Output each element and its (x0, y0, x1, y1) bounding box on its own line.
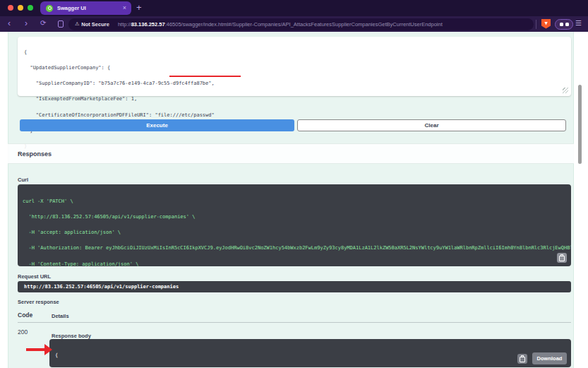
red-arrow-annotation (26, 348, 45, 351)
response-body-block: { "successStatus": true } Download (49, 339, 571, 367)
execute-button[interactable]: Execute (20, 119, 294, 131)
copy-curl-button[interactable] (557, 253, 567, 263)
textarea-resize-grip-icon[interactable] (563, 88, 568, 93)
browser-toolbar: ‹ › ⟳ ⚠ Not Secure http://83.136.252.57:… (0, 16, 588, 32)
request-url-block: http://83.136.252.57:46505/api/v1/suppli… (18, 281, 571, 292)
red-arrow-head-icon (44, 344, 52, 355)
table-header-divider (18, 322, 571, 323)
browser-tab-swagger[interactable]: Swagger UI × (40, 1, 131, 15)
curl-command-text: curl -X 'PATCH' \ 'http://83.136.252.57:… (23, 189, 571, 266)
new-tab-button[interactable]: + (136, 2, 142, 13)
code-column-header: Code (18, 311, 32, 319)
url-scheme: http:// (118, 21, 131, 28)
response-body-json: { "successStatus": true } (55, 343, 124, 368)
window-zoom-button[interactable] (28, 5, 33, 11)
url-host: 83.136.252.57 (131, 21, 165, 28)
menu-icon[interactable]: ☰ (575, 19, 582, 27)
forward-icon[interactable]: › (25, 18, 28, 28)
bookmark-icon[interactable] (58, 20, 64, 28)
not-secure-warning-icon: ⚠ (75, 21, 79, 27)
not-secure-label: Not Secure (81, 21, 109, 28)
copy-response-button[interactable] (517, 354, 527, 364)
status-code: 200 (18, 328, 28, 336)
request-body-textarea[interactable]: { "UpdatedSupplierCompany": { "SupplierC… (18, 37, 571, 96)
url-text: http://83.136.252.57:46505/swagger/index… (118, 21, 443, 28)
back-icon[interactable]: ‹ (8, 18, 11, 28)
server-response-label: Server response (18, 299, 59, 305)
toolbar-separator (536, 20, 536, 29)
responses-section-header: Responses (8, 143, 574, 164)
download-button[interactable]: Download (532, 352, 567, 364)
url-bar[interactable]: ⚠ Not Secure http://83.136.252.57:46505/… (68, 18, 534, 30)
request-url-value: http://83.136.252.57:46505/api/v1/suppli… (24, 284, 179, 290)
tab-title: Swagger UI (57, 5, 86, 11)
url-path: :46505/swagger/index.html#/Supplier-Comp… (165, 21, 443, 28)
browser-tab-bar: Swagger UI × + (0, 0, 588, 16)
window-minimize-button[interactable] (18, 5, 23, 11)
responses-title: Responses (18, 150, 52, 158)
swagger-favicon-icon (46, 5, 53, 12)
window-close-button[interactable] (8, 5, 13, 11)
request-body-json: { "UpdatedSupplierCompany": { "SupplierC… (24, 40, 215, 160)
page-scrollbar-thumb[interactable] (578, 85, 582, 164)
response-body-label: Response body (52, 333, 91, 339)
red-underline-annotation (169, 76, 241, 77)
clear-button[interactable]: Clear (297, 119, 566, 131)
profile-pill-button[interactable] (555, 19, 573, 30)
brave-shield-icon[interactable] (541, 19, 551, 29)
page-content: { "UpdatedSupplierCompany": { "SupplierC… (0, 32, 588, 368)
curl-command-block: curl -X 'PATCH' \ 'http://83.136.252.57:… (18, 184, 571, 266)
close-tab-icon[interactable]: × (123, 4, 126, 11)
request-url-label: Request URL (18, 273, 51, 280)
reload-icon[interactable]: ⟳ (40, 19, 46, 27)
details-column-header: Details (52, 313, 69, 319)
curl-label: Curl (18, 177, 28, 183)
